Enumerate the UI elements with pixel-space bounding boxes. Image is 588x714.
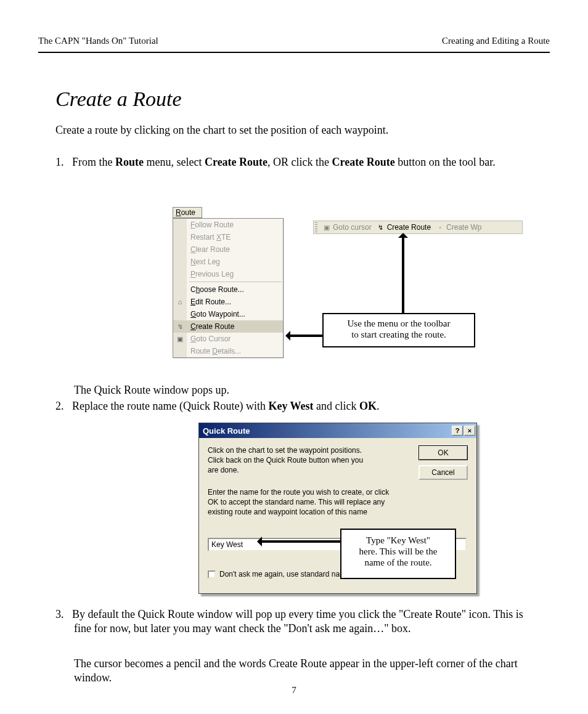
dialog-body: Click on the chart to set the waypoint p… [199,438,476,453]
create-route-toolbar-icon: ↯ [377,223,385,232]
dialog-cancel-button[interactable]: Cancel [419,465,468,480]
route-menu-rest: oute [181,208,195,217]
step-1-create-route-2: Create Route [332,156,395,168]
step-1-text-d: button on the tool bar. [395,156,496,168]
section-title: Create a Route [55,86,182,113]
menu-item-follow-route[interactable]: Follow Route [173,219,283,231]
mid-text: The Quick Route window pops up. [74,383,229,397]
step-2-number: 2. [55,400,64,412]
callout1-line2: to start creating the route. [351,330,446,339]
step-1-route-menu: Route [115,156,144,168]
edit-route-icon: ⌂ [175,297,185,307]
route-menu-title[interactable]: Route [173,207,202,218]
menu-item-goto-cursor[interactable]: ▣Goto Cursor [173,333,283,345]
toolbar-create-wp[interactable]: ▫Create Wp [433,221,484,233]
step-2-c: . [377,400,380,412]
step-1: 1. From the Route menu, select Create Ro… [55,155,536,169]
callout1-line1: Use the menu or the toolbar [347,318,450,328]
page-number: 7 [0,685,588,696]
callout-menu-or-toolbar: Use the menu or the toolbar to start cre… [322,313,475,347]
toolbar: ▣Goto cursor ↯Create Route ▫Create Wp [313,221,523,234]
step-1-text-b: menu, select [144,156,205,168]
step-2-ok: OK [359,400,377,412]
menu-item-create-route[interactable]: ↯Create Route [173,320,283,333]
callout-type-keywest: Type "Key West" here. This will be the n… [340,529,456,579]
figure-menu-toolbar: Route Follow Route Restart XTE Clear Rou… [173,207,530,376]
callout2-line2: here. This will be the [359,546,438,556]
callout2-line3: name of the route. [364,558,431,567]
create-wp-toolbar-icon: ▫ [436,223,444,232]
menu-item-goto-waypoint[interactable]: Goto Waypoint... [173,308,283,320]
toolbar-grip[interactable] [315,222,317,232]
step-1-text-c: , OR click the [267,156,332,168]
header-rule [38,52,550,53]
goto-cursor-toolbar-icon: ▣ [322,223,331,232]
dialog-title: Quick Route [203,426,250,436]
dialog-help-button[interactable]: ? [452,426,463,436]
arrow-to-toolbar [402,234,404,313]
header-left: The CAPN "Hands On" Tutorial [38,36,158,46]
step-1-number: 1. [55,156,64,168]
goto-cursor-icon: ▣ [175,334,185,344]
menu-item-route-details[interactable]: Route Details... [173,345,283,357]
menu-separator [189,282,282,282]
dialog-close-button[interactable]: × [464,426,475,436]
step-2-a: Replace the route name (Quick Route) wit… [72,400,268,412]
step-3-number: 3. [55,608,64,620]
dialog-ok-button[interactable]: OK [419,445,468,460]
menu-item-edit-route[interactable]: ⌂Edit Route... [173,296,283,308]
menu-item-choose-route[interactable]: Choose Route... [173,283,283,296]
step-3-text: By default the Quick Route window will p… [72,608,523,635]
menu-item-clear-route[interactable]: Clear Route [173,243,283,256]
step-1-create-route: Create Route [205,156,267,168]
arrow-to-input [258,540,340,543]
dialog-instructions-2: Enter the name for the route you wish to… [208,487,393,517]
menu-item-next-leg[interactable]: Next Leg [173,256,283,268]
step-2: 2. Replace the route name (Quick Route) … [55,399,536,413]
dialog-instructions-1: Click on the chart to set the waypoint p… [208,445,374,476]
route-menu-accel: R [176,208,181,217]
menu-item-restart-xte[interactable]: Restart XTE [173,231,283,243]
create-route-icon: ↯ [175,322,185,331]
step-2-b: and click [314,400,359,412]
callout2-line1: Type "Key West" [366,535,430,545]
step-2-keywest: Key West [268,400,313,412]
dont-ask-checkbox[interactable] [208,570,216,578]
menu-item-previous-leg[interactable]: Previous Leg [173,268,283,280]
step-3: 3. By default the Quick Route window wil… [55,607,536,635]
dialog-titlebar[interactable]: Quick Route ? × [199,423,476,438]
header-right: Creating and Editing a Route [442,36,550,46]
intro-text: Create a route by clicking on the chart … [55,123,524,137]
tail-text: The cursor becomes a pencil and the word… [74,657,530,684]
toolbar-goto-cursor[interactable]: ▣Goto cursor [320,221,374,233]
arrow-to-menu [287,335,322,337]
step-1-text-a: From the [72,156,115,168]
route-menu-dropdown: Follow Route Restart XTE Clear Route Nex… [173,218,284,358]
